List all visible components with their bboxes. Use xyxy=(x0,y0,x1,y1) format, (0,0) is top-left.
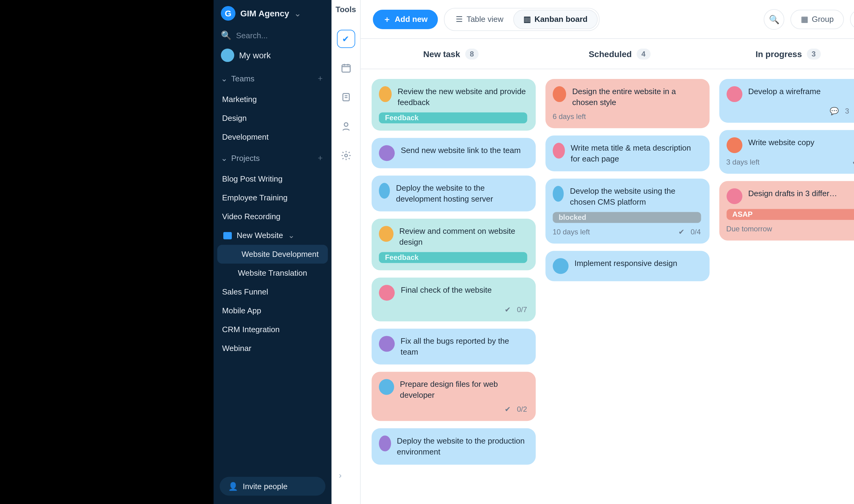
plus-icon[interactable]: ＋ xyxy=(316,73,324,84)
svg-rect-0 xyxy=(342,65,350,72)
task-card[interactable]: Review the new website and provide feedb… xyxy=(371,79,536,130)
invite-label: Invite people xyxy=(243,482,288,491)
workspace-name: GIM Agency xyxy=(240,8,289,18)
task-card[interactable]: Review and comment on website design Fee… xyxy=(371,219,536,271)
task-card[interactable]: Prepare design files for web developer ✔… xyxy=(371,372,536,421)
column-header-new-task[interactable]: New task 8 xyxy=(371,48,530,59)
task-card[interactable]: Design the entire website in a chosen st… xyxy=(545,79,709,128)
list-icon: ☰ xyxy=(456,15,463,24)
folder-icon xyxy=(223,232,232,239)
sidebar-item-marketing[interactable]: Marketing xyxy=(213,90,331,109)
task-title: Write website copy xyxy=(748,137,815,148)
column-header-scheduled[interactable]: Scheduled 4 xyxy=(540,48,699,59)
settings-icon[interactable] xyxy=(337,146,355,165)
rail-label: Tools xyxy=(335,5,356,14)
plus-icon: ＋ xyxy=(383,14,391,24)
task-card[interactable]: Deploy the website to the production env… xyxy=(371,428,536,464)
sidebar-item-new-website[interactable]: New Website ⌄ xyxy=(213,226,331,245)
board-icon: ▥ xyxy=(523,15,531,24)
sidebar-item-my-work[interactable]: My work xyxy=(213,44,331,67)
group-button[interactable]: ▦ Group xyxy=(790,10,844,29)
task-title: Write meta title & meta description for … xyxy=(571,143,701,164)
avatar xyxy=(379,379,394,395)
new-website-label: New Website xyxy=(237,231,283,240)
sidebar-item-design[interactable]: Design xyxy=(213,109,331,127)
task-title: Deploy the website to the production env… xyxy=(397,436,527,457)
checklist-count: 0/2 xyxy=(517,405,527,414)
invite-people-button[interactable]: 👤 Invite people xyxy=(220,477,325,496)
sidebar-item-video-recording[interactable]: Video Recording xyxy=(213,207,331,226)
sidebar-item-sales-funnel[interactable]: Sales Funnel xyxy=(213,282,331,301)
user-plus-icon: 👤 xyxy=(228,482,238,491)
avatar xyxy=(553,86,566,102)
task-card[interactable]: Fix all the bugs reported by the team xyxy=(371,329,536,365)
group-label: Group xyxy=(812,15,834,24)
workspace-logo: G xyxy=(221,6,236,21)
add-new-button[interactable]: ＋ Add new xyxy=(373,10,438,29)
task-card[interactable]: Design drafts in 3 differ… ASAP Due tomo… xyxy=(719,181,854,240)
notes-icon[interactable] xyxy=(337,88,355,106)
column-in-progress: Develop a wireframe 💬3 📎1 Write website … xyxy=(719,79,854,494)
task-title: Review the new website and provide feedb… xyxy=(398,86,527,107)
column-header-in-progress[interactable]: In progress 3 xyxy=(709,48,854,59)
projects-label: Projects xyxy=(231,153,260,162)
svg-point-3 xyxy=(345,154,347,157)
task-card[interactable]: Write meta title & meta description for … xyxy=(545,136,709,171)
chevron-down-icon: ⌄ xyxy=(221,153,228,162)
sidebar-item-crm-integration[interactable]: CRM Integration xyxy=(213,320,331,339)
checklist-icon: ✔ xyxy=(852,158,854,166)
avatar xyxy=(553,143,565,159)
search-icon: 🔍 xyxy=(221,30,231,40)
comment-icon: 💬 xyxy=(830,107,839,115)
task-card[interactable]: Write website copy 3 days left✔1/3 xyxy=(719,130,854,174)
task-title: Implement responsive design xyxy=(575,258,677,269)
task-title: Develop the website using the chosen CMS… xyxy=(570,186,701,208)
table-view-label: Table view xyxy=(467,15,503,24)
plus-icon[interactable]: ＋ xyxy=(316,152,324,163)
task-card[interactable]: Send new website link to the team xyxy=(371,138,536,168)
tasks-icon[interactable]: ✔ xyxy=(337,30,355,48)
avatar xyxy=(221,49,234,62)
avatar xyxy=(379,86,391,102)
sidebar-item-blog-post-writing[interactable]: Blog Post Writing xyxy=(213,169,331,188)
topbar: ＋ Add new ☰ Table view ▥ Kanban board 🔍 … xyxy=(361,0,854,39)
chevron-down-icon: ⌄ xyxy=(294,8,301,18)
avatar xyxy=(553,258,569,274)
task-title: Send new website link to the team xyxy=(401,145,521,156)
sidebar-section-projects[interactable]: ⌄Projects ＋ xyxy=(213,146,331,169)
sidebar-item-website-translation[interactable]: Website Translation xyxy=(213,264,331,282)
filter-button[interactable]: ⏷ Filter xyxy=(850,10,854,29)
task-title: Develop a wireframe xyxy=(748,86,821,97)
sidebar-item-website-development[interactable]: Website Development xyxy=(217,245,328,264)
workspace-switcher[interactable]: G GIM Agency ⌄ xyxy=(213,0,331,27)
avatar xyxy=(379,436,391,451)
sidebar-item-development[interactable]: Development xyxy=(213,127,331,146)
column-new-task: Review the new website and provide feedb… xyxy=(371,79,536,494)
task-title: Review and comment on website design xyxy=(399,226,527,248)
task-card[interactable]: Final check of the website ✔0/7 xyxy=(371,278,536,322)
checklist-count: 0/4 xyxy=(691,228,701,236)
task-card[interactable]: Develop a wireframe 💬3 📎1 xyxy=(719,79,854,123)
calendar-icon[interactable] xyxy=(337,59,355,77)
sidebar-section-teams[interactable]: ⌄Teams ＋ xyxy=(213,67,331,90)
avatar xyxy=(379,183,390,199)
search-input[interactable]: 🔍 Search... xyxy=(213,27,331,44)
search-button[interactable]: 🔍 xyxy=(764,9,784,30)
task-card[interactable]: Implement responsive design xyxy=(545,251,709,282)
kanban-view-button[interactable]: ▥ Kanban board xyxy=(513,10,598,29)
checklist-icon: ✔ xyxy=(505,306,511,314)
kanban-board: Review the new website and provide feedb… xyxy=(361,69,854,504)
sidebar-item-webinar[interactable]: Webinar xyxy=(213,339,331,358)
avatar xyxy=(379,226,393,242)
sidebar-item-mobile-app[interactable]: Mobile App xyxy=(213,301,331,320)
column-count: 3 xyxy=(807,48,821,59)
task-card[interactable]: Deploy the website to the development ho… xyxy=(371,176,536,211)
table-view-button[interactable]: ☰ Table view xyxy=(446,10,513,29)
tag-feedback: Feedback xyxy=(379,112,527,123)
contacts-icon[interactable] xyxy=(337,117,355,136)
avatar xyxy=(727,137,742,153)
task-card[interactable]: Develop the website using the chosen CMS… xyxy=(545,179,709,244)
sidebar-item-employee-training[interactable]: Employee Training xyxy=(213,188,331,207)
due-label: 6 days left xyxy=(553,112,586,121)
avatar xyxy=(553,186,564,202)
